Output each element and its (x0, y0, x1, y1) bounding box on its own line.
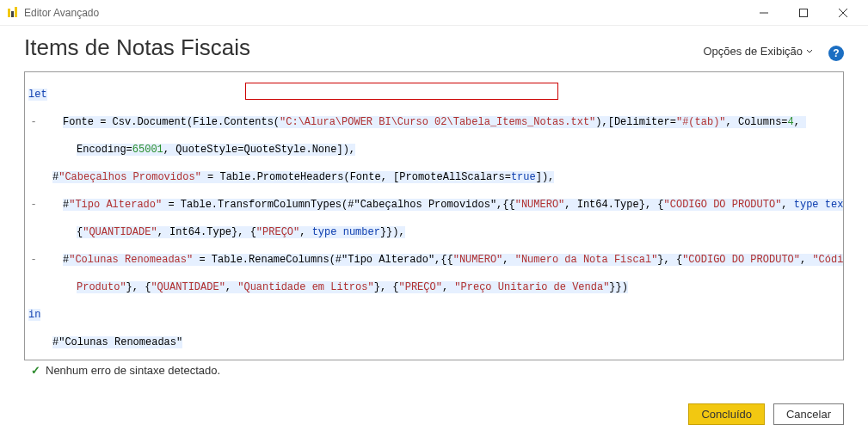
check-icon: ✓ (31, 364, 40, 377)
app-icon (7, 7, 19, 19)
syntax-status-text: Nenhum erro de sintaxe detectado. (46, 364, 220, 377)
svg-rect-0 (8, 9, 10, 17)
code-content: let -Fonte = Csv.Document(File.Contents(… (25, 72, 843, 360)
window-title: Editor Avançado (24, 7, 99, 19)
cancel-button[interactable]: Cancelar (773, 403, 844, 425)
display-options-dropdown[interactable]: Opções de Exibição (703, 45, 813, 61)
code-editor[interactable]: let -Fonte = Csv.Document(File.Contents(… (24, 71, 844, 360)
footer-buttons: Concluído Cancelar (688, 403, 844, 425)
chevron-down-icon (806, 45, 813, 58)
fold-toggle-icon[interactable]: - (28, 115, 39, 129)
display-options-label: Opções de Exibição (703, 45, 803, 58)
fold-toggle-icon[interactable]: - (28, 198, 39, 212)
page-title: Items de Notas Fiscais (24, 34, 703, 61)
minimize-button[interactable] (744, 0, 784, 26)
close-button[interactable] (823, 0, 863, 26)
svg-rect-2 (15, 7, 17, 17)
maximize-button[interactable] (784, 0, 823, 26)
syntax-status: ✓ Nenhum erro de sintaxe detectado. (31, 364, 837, 377)
titlebar: Editor Avançado (0, 0, 868, 26)
header: Items de Notas Fiscais Opções de Exibiçã… (0, 26, 868, 66)
svg-rect-4 (800, 9, 808, 16)
fold-toggle-icon[interactable]: - (28, 253, 39, 267)
done-button[interactable]: Concluído (688, 403, 765, 425)
svg-rect-1 (11, 11, 14, 17)
help-icon[interactable]: ? (828, 46, 844, 61)
